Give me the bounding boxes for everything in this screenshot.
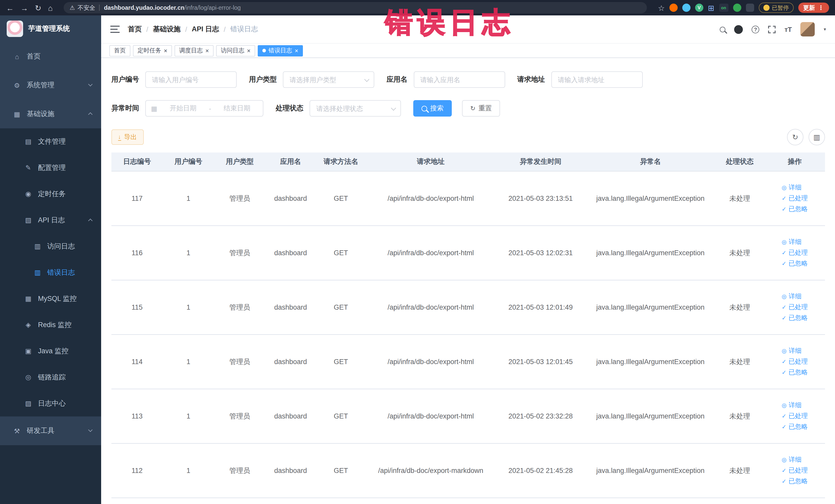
close-tab-icon[interactable]: × <box>164 47 167 54</box>
action-label: 已忽略 <box>789 477 808 486</box>
tab-3[interactable]: 访问日志× <box>216 45 255 56</box>
paused-badge[interactable]: 已暂停 <box>758 3 793 13</box>
breadcrumb-item[interactable]: API 日志 <box>192 25 219 34</box>
forward-icon[interactable]: → <box>21 4 28 12</box>
sidebar-item-13[interactable]: ▨日志中心 <box>0 390 101 417</box>
row-action-ignored[interactable]: ✓已忽略 <box>781 368 808 377</box>
sidebar-item-5[interactable]: ◉定时任务 <box>0 181 101 207</box>
sidebar-item-0[interactable]: ⌂首页 <box>0 42 101 71</box>
back-icon[interactable]: ← <box>6 4 14 12</box>
action-label: 详细 <box>789 347 802 355</box>
column-settings-button[interactable]: ▥ <box>809 129 825 145</box>
tab-label: 定时任务 <box>138 47 161 55</box>
github-icon[interactable] <box>734 25 743 34</box>
cell-id: 114 <box>111 335 163 389</box>
sidebar-item-9[interactable]: ▦MySQL 监控 <box>0 285 101 312</box>
help-icon[interactable] <box>752 25 759 33</box>
page-url: dashboard.yudao.iocoder.cn/infra/log/api… <box>104 5 241 11</box>
user-avatar[interactable] <box>801 22 815 37</box>
sidebar-item-4[interactable]: ✎配置管理 <box>0 155 101 181</box>
cell-method: GET <box>316 335 366 389</box>
request-url-input[interactable] <box>551 72 643 88</box>
row-action-detail[interactable]: ◎详细 <box>781 292 801 301</box>
app-name-input[interactable] <box>413 72 505 88</box>
font-size-icon[interactable]: тT <box>785 25 792 33</box>
row-action-ignored[interactable]: ✓已忽略 <box>781 205 808 214</box>
error-log-table: 日志编号用户编号用户类型应用名请求方法名请求地址异常发生时间异常名处理状态操作 … <box>111 153 825 498</box>
tab-4[interactable]: 错误日志× <box>258 45 303 56</box>
hamburger-icon[interactable] <box>110 26 120 33</box>
row-action-processed[interactable]: ✓已处理 <box>781 357 808 366</box>
row-action-detail[interactable]: ◎详细 <box>781 401 801 410</box>
breadcrumb-item[interactable]: 基础设施 <box>153 25 181 34</box>
extension-icon[interactable] <box>669 4 678 12</box>
sidebar-item-1[interactable]: ⚙系统管理 <box>0 71 101 100</box>
row-action-processed[interactable]: ✓已处理 <box>781 303 808 312</box>
extension-icon[interactable]: on <box>719 4 728 12</box>
row-action-detail[interactable]: ◎详细 <box>781 183 801 192</box>
app-logo[interactable]: 芋道管理系统 <box>0 15 101 42</box>
sidebar-item-12[interactable]: ◎链路追踪 <box>0 364 101 390</box>
export-button[interactable]: ↓ 导出 <box>111 129 143 145</box>
user-id-input[interactable] <box>145 72 237 88</box>
extension-icon[interactable]: ⊞ <box>708 4 714 12</box>
reload-icon[interactable]: ↻ <box>35 4 41 12</box>
sidebar-item-6[interactable]: ▧API 日志 <box>0 207 101 233</box>
sidebar-item-10[interactable]: ◈Redis 监控 <box>0 312 101 338</box>
extension-icon[interactable] <box>682 4 691 12</box>
action-label: 已处理 <box>789 248 808 257</box>
sidebar-item-8[interactable]: ▥错误日志 <box>0 259 101 285</box>
row-action-ignored[interactable]: ✓已忽略 <box>781 423 808 431</box>
bookmark-star-icon[interactable]: ☆ <box>658 4 665 12</box>
row-action-ignored[interactable]: ✓已忽略 <box>781 314 808 322</box>
close-tab-icon[interactable]: × <box>247 47 250 54</box>
search-button[interactable]: 搜索 <box>413 100 452 117</box>
cell-id: 113 <box>111 389 163 443</box>
tab-1[interactable]: 定时任务× <box>133 45 172 56</box>
tab-2[interactable]: 调度日志× <box>175 45 213 56</box>
refresh-table-button[interactable]: ↻ <box>787 129 803 145</box>
sidebar-item-3[interactable]: ▤文件管理 <box>0 128 101 155</box>
sidebar-item-11[interactable]: ▣Java 监控 <box>0 338 101 364</box>
action-label: 详细 <box>789 456 802 464</box>
row-action-detail[interactable]: ◎详细 <box>781 347 801 355</box>
row-action-processed[interactable]: ✓已处理 <box>781 248 808 257</box>
address-bar[interactable]: ⚠ 不安全 dashboard.yudao.iocoder.cn/infra/l… <box>63 2 647 13</box>
filter-row-2: 异常时间 ▦ 开始日期 - 结束日期 处理状态 <box>111 100 825 117</box>
cell-user_id: 1 <box>163 280 214 334</box>
row-action-processed[interactable]: ✓已处理 <box>781 412 808 421</box>
close-tab-icon[interactable]: × <box>205 47 209 54</box>
date-range-picker[interactable]: ▦ 开始日期 - 结束日期 <box>145 100 263 117</box>
check-icon: ✓ <box>781 413 786 420</box>
row-action-ignored[interactable]: ✓已忽略 <box>781 259 808 268</box>
row-action-ignored[interactable]: ✓已忽略 <box>781 477 808 486</box>
process-status-select[interactable] <box>309 100 401 117</box>
row-action-processed[interactable]: ✓已处理 <box>781 194 808 203</box>
sidebar-item-14[interactable]: ⚒研发工具 <box>0 417 101 445</box>
reset-button[interactable]: ↻ 重置 <box>462 100 500 117</box>
action-label: 已忽略 <box>789 423 808 431</box>
job-icon: ◉ <box>24 190 33 198</box>
update-button[interactable]: 更新 ⋮ <box>798 3 829 13</box>
tab-0[interactable]: 首页 <box>109 45 130 56</box>
row-action-detail[interactable]: ◎详细 <box>781 238 801 246</box>
extensions-puzzle-icon[interactable] <box>746 4 754 12</box>
tab-label: 访问日志 <box>221 47 244 55</box>
check-icon: ✓ <box>781 260 786 267</box>
user-type-select[interactable] <box>283 72 374 88</box>
check-icon: ✓ <box>781 206 786 213</box>
security-chip[interactable]: ⚠ 不安全 <box>69 4 95 12</box>
extension-icon[interactable]: V <box>695 4 703 12</box>
extension-icon[interactable] <box>733 4 741 12</box>
close-tab-icon[interactable]: × <box>295 47 298 54</box>
chevron-down-icon[interactable]: ▾ <box>824 27 826 32</box>
sidebar-item-2[interactable]: ▦基础设施 <box>0 100 101 128</box>
search-icon[interactable] <box>720 26 726 32</box>
home-icon[interactable]: ⌂ <box>48 4 53 12</box>
table-body: 1171管理员dashboardGET/api/infra/db-doc/exp… <box>111 172 825 498</box>
row-action-detail[interactable]: ◎详细 <box>781 456 801 464</box>
row-action-processed[interactable]: ✓已处理 <box>781 466 808 475</box>
fullscreen-icon[interactable] <box>768 25 776 33</box>
sidebar-item-7[interactable]: ▥访问日志 <box>0 233 101 259</box>
breadcrumb-item[interactable]: 首页 <box>128 25 142 34</box>
